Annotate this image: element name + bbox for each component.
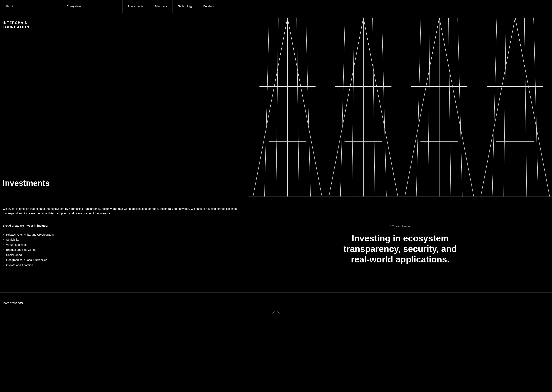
svg-line-11 [306, 18, 311, 197]
svg-line-32 [428, 18, 430, 197]
list-item: Geographical / Local Currencies [3, 258, 240, 262]
broad-heading: Broad areas we invest in include: [3, 224, 240, 228]
list-item: Growth and Adoption [3, 263, 240, 267]
svg-line-24 [405, 18, 439, 197]
svg-line-31 [416, 18, 421, 197]
svg-line-47 [534, 18, 538, 197]
content-section: We invest in projects that expand the ec… [0, 197, 552, 293]
svg-line-46 [524, 18, 527, 197]
trusted-label: A Trusted Partner [390, 224, 411, 229]
svg-line-12 [329, 18, 363, 197]
svg-line-43 [492, 18, 497, 197]
list-item: Bridges and Peg Zones [3, 248, 240, 252]
nav-advocacy[interactable]: Advocacy [149, 0, 173, 13]
invest-list: Privacy, Anonymity, and Cryptography Sca… [3, 232, 240, 267]
svg-line-8 [276, 18, 278, 197]
hero-section: INTERCHAIN FOUNDATION Investments [0, 13, 552, 197]
hero-graphic [248, 13, 552, 197]
svg-line-25 [439, 18, 474, 197]
main-nav: About Ecosystem Investments Advocacy Tec… [0, 0, 552, 13]
site-logo: INTERCHAIN FOUNDATION [3, 21, 242, 30]
footer-section: Investments [0, 293, 552, 325]
list-item: Scalability [3, 238, 240, 242]
svg-line-7 [264, 18, 269, 197]
nav-builders[interactable]: Builders [198, 0, 219, 13]
bottom-decoration [3, 306, 549, 315]
list-item: Privacy, Anonymity, and Cryptography [3, 232, 240, 237]
svg-line-1 [288, 18, 322, 197]
list-item: Social Good [3, 253, 240, 257]
svg-line-36 [481, 18, 515, 197]
svg-line-0 [253, 18, 288, 197]
svg-line-22 [373, 18, 375, 197]
content-right: A Trusted Partner Investing in ecosystem… [248, 197, 552, 293]
list-item: Virtual Machines [3, 243, 240, 247]
content-description: We invest in projects that expand the ec… [3, 207, 240, 216]
hero-left: INTERCHAIN FOUNDATION Investments [0, 13, 248, 197]
svg-line-23 [382, 18, 386, 197]
content-left: We invest in projects that expand the ec… [0, 197, 248, 293]
svg-line-34 [449, 18, 451, 197]
svg-line-44 [504, 18, 506, 197]
svg-line-20 [352, 18, 354, 197]
tagline: Investing in ecosystem transparency, sec… [333, 233, 467, 265]
svg-line-13 [363, 18, 398, 197]
nav-about[interactable]: About [0, 0, 61, 13]
nav-technology[interactable]: Technology [173, 0, 198, 13]
svg-line-37 [515, 18, 550, 197]
footer-investments: Investments [3, 301, 549, 306]
pyramids-container [248, 13, 552, 197]
nav-ecosystem[interactable]: Ecosystem [61, 0, 123, 13]
svg-line-50 [276, 309, 281, 315]
svg-line-19 [340, 18, 345, 197]
page-title: Investments [3, 173, 242, 189]
nav-investments[interactable]: Investments [123, 0, 149, 13]
svg-line-35 [458, 18, 462, 197]
svg-line-10 [297, 18, 299, 197]
svg-line-49 [271, 309, 276, 315]
